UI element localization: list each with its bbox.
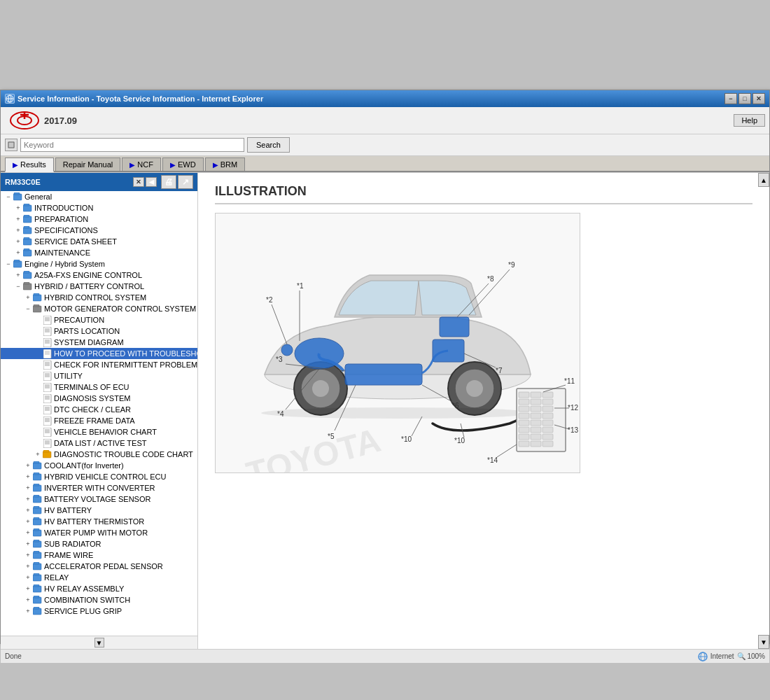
toggle-hybrid-battery[interactable]: −	[13, 281, 23, 291]
toggle-battery-voltage[interactable]: +	[23, 494, 33, 504]
tree-item-engine-hybrid[interactable]: − Engine / Hybrid System	[1, 258, 197, 270]
sidebar-close-button[interactable]: ✕	[133, 177, 144, 187]
minimize-button[interactable]: −	[724, 93, 737, 104]
toggle-maintenance[interactable]: +	[13, 248, 23, 258]
tree-item-how-to-proceed[interactable]: HOW TO PROCEED WITH TROUBLESHOOTING	[1, 348, 197, 359]
sidebar-scroll-down[interactable]: ▼	[94, 638, 104, 648]
tree-item-precaution[interactable]: PRECAUTION	[1, 314, 197, 326]
maximize-button[interactable]: □	[738, 93, 751, 104]
toggle-service-plug-grip[interactable]: +	[23, 606, 33, 616]
content-scroll-down[interactable]: ▼	[758, 635, 769, 649]
toggle-service-data-sheet[interactable]: +	[13, 237, 23, 246]
tree-item-coolant[interactable]: + COOLANT(for Inverter)	[1, 460, 197, 471]
label-maintenance: MAINTENANCE	[34, 248, 90, 257]
toggle-combination-switch[interactable]: +	[23, 595, 33, 605]
tab-results[interactable]: ▶ Results	[5, 158, 54, 172]
tab-ncf[interactable]: ▶ NCF	[122, 158, 161, 171]
toggle-hv-control-ecu[interactable]: +	[23, 472, 33, 482]
icon-a25a	[23, 270, 33, 280]
icon-combination-switch	[33, 595, 43, 605]
tree-item-maintenance[interactable]: + MAINTENANCE	[1, 247, 197, 258]
close-button[interactable]: ✕	[752, 93, 765, 104]
toggle-motor-gen-control[interactable]: −	[23, 304, 33, 314]
tree-item-combination-switch[interactable]: + COMBINATION SWITCH	[1, 594, 197, 606]
tree-item-service-plug-grip[interactable]: + SERVICE PLUG GRIP	[1, 606, 197, 617]
toggle-hv-relay-assembly[interactable]: +	[23, 584, 33, 594]
tree-item-frame-wire[interactable]: + FRAME WIRE	[1, 550, 197, 561]
tree-item-hv-battery-thermistor[interactable]: + HV BATTERY THERMISTOR	[1, 516, 197, 527]
export-button[interactable]: ↗	[178, 175, 193, 189]
toggle-engine-hybrid[interactable]: −	[4, 259, 13, 269]
tree-item-diagnosis-system[interactable]: DIAGNOSIS SYSTEM	[1, 393, 197, 404]
tree-item-general[interactable]: − General	[1, 191, 197, 202]
main-area: RM33C0E ✕ ◀ 🖨 ↗ −	[1, 173, 769, 649]
sidebar-nav-button[interactable]: ◀	[146, 177, 157, 187]
help-button[interactable]: Help	[734, 114, 765, 127]
toggle-a25a[interactable]: +	[13, 270, 23, 280]
tree-item-specifications[interactable]: + SPECIFICATIONS	[1, 225, 197, 236]
tree-item-dtc-chart[interactable]: + DIAGNOSTIC TROUBLE CODE CHART	[1, 449, 197, 460]
tree-item-vehicle-behavior[interactable]: VEHICLE BEHAVIOR CHART	[1, 426, 197, 438]
tab-repair-manual[interactable]: Repair Manual	[55, 158, 121, 171]
tree-item-hv-battery[interactable]: + HV BATTERY	[1, 505, 197, 516]
toggle-relay[interactable]: +	[23, 573, 33, 582]
search-icon-button[interactable]	[5, 139, 18, 151]
label-general: General	[24, 192, 52, 201]
tree-item-terminals-ecu[interactable]: TERMINALS OF ECU	[1, 382, 197, 393]
label-dtc-chart: DIAGNOSTIC TROUBLE CODE CHART	[54, 450, 193, 458]
svg-rect-20	[23, 239, 31, 245]
toggle-hv-battery[interactable]: +	[23, 505, 33, 515]
tree-item-hv-relay-assembly[interactable]: + HV RELAY ASSEMBLY	[1, 583, 197, 594]
print-button[interactable]: 🖨	[161, 175, 176, 189]
toggle-hybrid-control-system[interactable]: +	[23, 293, 33, 302]
svg-rect-86	[33, 474, 41, 480]
svg-line-179	[497, 444, 517, 457]
tree-item-check-intermittent[interactable]: CHECK FOR INTERMITTENT PROBLEMS	[1, 359, 197, 370]
toggle-inverter[interactable]: +	[23, 483, 33, 493]
tree-item-hybrid-control-system[interactable]: + HYBRID CONTROL SYSTEM	[1, 292, 197, 303]
content-pane: ▲ ▼ ILLUSTRATION	[198, 173, 769, 649]
tab-brm[interactable]: ▶ BRM	[205, 158, 246, 171]
toggle-accel-pedal[interactable]: +	[23, 561, 33, 571]
search-input[interactable]	[20, 138, 244, 152]
label-specifications: SPECIFICATIONS	[34, 226, 98, 234]
toggle-water-pump[interactable]: +	[23, 528, 33, 538]
toggle-frame-wire[interactable]: +	[23, 550, 33, 560]
tree-item-relay[interactable]: + RELAY	[1, 572, 197, 583]
svg-rect-136	[519, 413, 529, 419]
tree-item-freeze-frame[interactable]: FREEZE FRAME DATA	[1, 415, 197, 426]
search-button[interactable]: Search	[247, 137, 290, 153]
tree-item-water-pump[interactable]: + WATER PUMP WITH MOTOR	[1, 527, 197, 538]
tree-item-preparation[interactable]: + PREPARATION	[1, 214, 197, 225]
tree-item-accel-pedal[interactable]: + ACCELERATOR PEDAL SENSOR	[1, 561, 197, 572]
tree-item-service-data-sheet[interactable]: + SERVICE DATA SHEET	[1, 236, 197, 247]
tree-item-utility[interactable]: UTILITY	[1, 370, 197, 382]
tree-item-hybrid-battery[interactable]: − HYBRID / BATTERY CONTROL	[1, 281, 197, 292]
toggle-sub-radiator[interactable]: +	[23, 539, 33, 549]
svg-rect-88	[33, 485, 41, 491]
tree-item-a25a[interactable]: + A25A-FXS ENGINE CONTROL	[1, 270, 197, 281]
tree-item-sub-radiator[interactable]: + SUB RADIATOR	[1, 538, 197, 550]
toggle-hv-battery-thermistor[interactable]: +	[23, 517, 33, 526]
tree-item-battery-voltage[interactable]: + BATTERY VOLTAGE SENSOR	[1, 493, 197, 505]
icon-dtc-check	[43, 405, 52, 414]
toggle-freeze-frame	[33, 416, 43, 426]
tree-item-parts-location[interactable]: PARTS LOCATION	[1, 326, 197, 337]
toggle-preparation[interactable]: +	[13, 214, 23, 224]
svg-rect-130	[519, 399, 529, 405]
content-scroll-up[interactable]: ▲	[758, 173, 769, 187]
tree-item-inverter[interactable]: + INVERTER WITH CONVERTER	[1, 482, 197, 493]
toggle-general[interactable]: −	[4, 192, 13, 202]
title-bar: Service Information - Toyota Service Inf…	[1, 90, 769, 107]
tree-item-data-list[interactable]: DATA LIST / ACTIVE TEST	[1, 438, 197, 449]
toggle-dtc-chart[interactable]: +	[33, 449, 43, 459]
tree-item-hv-control-ecu[interactable]: + HYBRID VEHICLE CONTROL ECU	[1, 471, 197, 482]
tree-item-dtc-check[interactable]: DTC CHECK / CLEAR	[1, 404, 197, 415]
tree-item-motor-gen-control[interactable]: − MOTOR GENERATOR CONTROL SYSTEM	[1, 303, 197, 314]
tree-item-system-diagram[interactable]: SYSTEM DIAGRAM	[1, 337, 197, 348]
tree-item-introduction[interactable]: + INTRODUCTION	[1, 202, 197, 214]
toggle-introduction[interactable]: +	[13, 203, 23, 213]
tab-ewd[interactable]: ▶ EWD	[162, 158, 204, 171]
toggle-coolant[interactable]: +	[23, 461, 33, 470]
toggle-specifications[interactable]: +	[13, 225, 23, 235]
